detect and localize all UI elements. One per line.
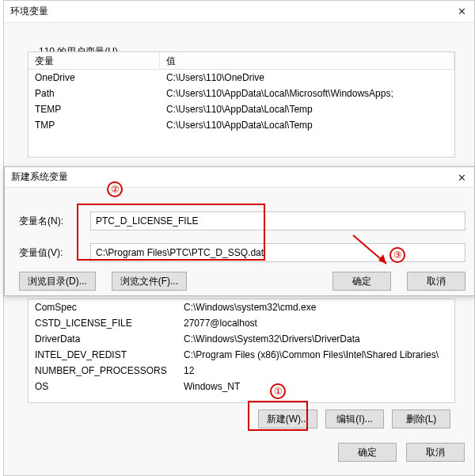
browse-dir-button[interactable]: 浏览目录(D)... (19, 272, 96, 291)
user-vars-table: 变量 值 OneDrive C:\Users\110\OneDrive Path… (28, 51, 455, 158)
cell-var: CSTD_LICENSE_FILE (28, 316, 177, 330)
cell-var: NUMBER_OF_PROCESSORS (28, 364, 177, 378)
new-system-var-button[interactable]: 新建(W)... (258, 409, 317, 428)
col-header-value[interactable]: 值 (160, 52, 454, 69)
cell-val: C:\Users\110\OneDrive (160, 70, 454, 85)
var-name-label: 变量名(N): (19, 215, 90, 228)
dialog-cancel-button[interactable]: 取消 (407, 272, 466, 291)
cell-val: 12 (177, 364, 454, 378)
user-vars-body: OneDrive C:\Users\110\OneDrive Path C:\U… (28, 70, 454, 133)
cell-var: INTEL_DEV_REDIST (28, 348, 177, 362)
dialog-ok-button[interactable]: 确定 (332, 272, 391, 291)
dialog-title: 新建系统变量 (11, 170, 68, 184)
cell-val: C:\Users\110\AppData\Local\Temp (160, 102, 454, 116)
cell-val: C:\Users\110\AppData\Local\Microsoft\Win… (160, 86, 454, 101)
dialog-titlebar: 新建系统变量 ✕ (5, 167, 474, 188)
cell-val: C:\Windows\system32\cmd.exe (177, 300, 454, 314)
close-icon[interactable]: ✕ (454, 170, 469, 185)
window-titlebar: 环境变量 ✕ (4, 1, 474, 23)
window-title: 环境变量 (10, 5, 48, 18)
cell-var: TEMP (28, 102, 160, 116)
cell-var: Path (28, 86, 160, 101)
table-row[interactable]: TMP C:\Users\110\AppData\Local\Temp (28, 117, 454, 133)
table-row[interactable]: OS Windows_NT (28, 379, 454, 394)
cell-val: 27077@localhost (177, 316, 454, 330)
system-vars-body: ComSpec C:\Windows\system32\cmd.exe CSTD… (28, 299, 454, 394)
table-row[interactable]: INTEL_DEV_REDIST C:\Program Files (x86)\… (28, 347, 454, 363)
edit-system-var-button[interactable]: 编辑(I)... (325, 409, 384, 428)
cell-val: Windows_NT (177, 379, 454, 394)
table-row[interactable]: DriverData C:\Windows\System32\Drivers\D… (28, 331, 454, 347)
new-system-variable-dialog: 新建系统变量 ✕ 变量名(N): 变量值(V): 浏览目录(D)... 浏览文件… (4, 166, 475, 296)
var-value-input[interactable] (90, 243, 466, 262)
col-header-variable[interactable]: 变量 (28, 52, 160, 69)
browse-file-button[interactable]: 浏览文件(F)... (112, 272, 187, 291)
table-row[interactable]: CSTD_LICENSE_FILE 27077@localhost (28, 315, 454, 331)
cell-val: C:\Windows\System32\Drivers\DriverData (177, 332, 454, 346)
cell-var: OneDrive (28, 70, 160, 85)
cell-val: C:\Program Files (x86)\Common Files\Inte… (177, 348, 454, 362)
system-vars-table: ComSpec C:\Windows\system32\cmd.exe CSTD… (28, 299, 455, 403)
table-row[interactable]: Path C:\Users\110\AppData\Local\Microsof… (28, 86, 454, 101)
user-vars-header: 变量 值 (28, 52, 454, 70)
cell-var: TMP (28, 118, 160, 132)
cell-var: DriverData (28, 332, 177, 346)
var-value-row: 变量值(V): (19, 243, 466, 262)
cell-var: OS (28, 379, 177, 394)
table-row[interactable]: NUMBER_OF_PROCESSORS 12 (28, 363, 454, 379)
ok-button[interactable]: 确定 (338, 443, 397, 462)
var-name-input[interactable] (90, 211, 466, 230)
cell-val: C:\Users\110\AppData\Local\Temp (160, 118, 454, 132)
cell-var: ComSpec (28, 300, 177, 314)
cancel-button[interactable]: 取消 (406, 443, 465, 462)
var-value-label: 变量值(V): (19, 246, 90, 260)
table-row[interactable]: TEMP C:\Users\110\AppData\Local\Temp (28, 101, 454, 117)
table-row[interactable]: ComSpec C:\Windows\system32\cmd.exe (28, 299, 454, 315)
table-row[interactable]: OneDrive C:\Users\110\OneDrive (28, 70, 454, 86)
delete-system-var-button[interactable]: 删除(L) (392, 409, 450, 428)
close-icon[interactable]: ✕ (454, 4, 469, 18)
dialog-bottom-buttons: 确定 取消 (4, 443, 465, 462)
var-name-row: 变量名(N): (19, 211, 466, 230)
dialog-buttons: 浏览目录(D)... 浏览文件(F)... 确定 取消 (19, 272, 466, 291)
system-vars-buttons: 新建(W)... 编辑(I)... 删除(L) (28, 409, 455, 432)
